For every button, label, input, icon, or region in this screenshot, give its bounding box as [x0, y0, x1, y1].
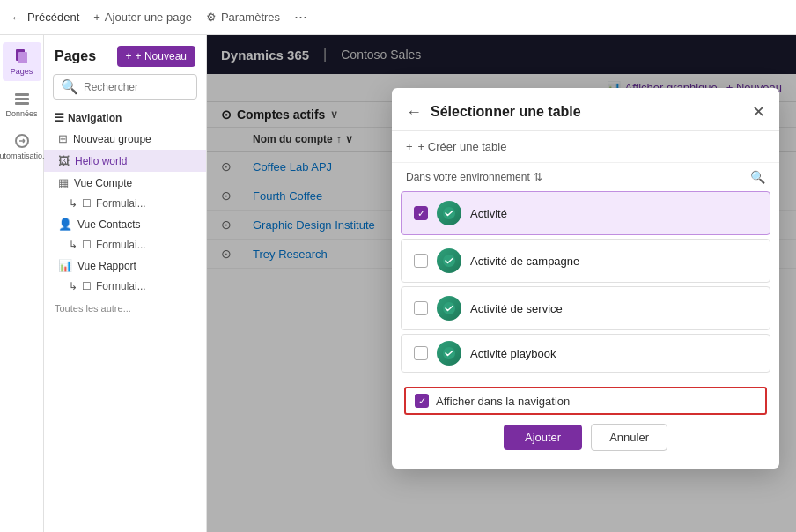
report-icon: 📊 [58, 259, 72, 272]
sidebar-item-data[interactable]: Données [3, 85, 41, 123]
nav-panel: Pages + + Nouveau 🔍 ☰ Navigation ⊞ Nouve… [44, 35, 207, 532]
pages-icon [13, 48, 31, 65]
form-icon: ☐ [82, 280, 92, 292]
nav-item-vue-compte[interactable]: ▦ Vue Compte [44, 172, 206, 194]
plus-icon: + [406, 140, 413, 153]
plus-icon: + [126, 50, 132, 63]
nav-check-label: Afficher dans la navigation [436, 395, 570, 408]
page-icon: 🖼 [58, 154, 70, 167]
top-bar: ← Précédent + Ajouter une page ⚙ Paramèt… [0, 0, 796, 35]
activite-campagne-icon [437, 248, 461, 273]
sort-icon: ⇅ [534, 171, 542, 183]
pages-label: Pages [11, 67, 33, 76]
main-layout: Pages Données Automatisatio... Pages + +… [0, 35, 796, 532]
nav-item-vue-contacts[interactable]: 👤 Vue Contacts [44, 213, 206, 235]
env-label: Dans votre environnement ⇅ [406, 171, 542, 183]
back-button[interactable]: ← Précédent [11, 11, 79, 25]
more-button[interactable]: ··· [294, 8, 307, 26]
svg-rect-2 [15, 93, 29, 96]
search-icon[interactable]: 🔍 [750, 170, 765, 184]
navigation-section-title: ☰ Navigation [44, 107, 206, 128]
gear-icon: ⚙ [206, 11, 217, 24]
create-table-link[interactable]: + + Créer une table [392, 131, 779, 163]
other-section-divider: Toutes les autre... [44, 296, 206, 317]
nav-sub-item-formulaire1[interactable]: ↳ ☐ Formulai... [44, 194, 206, 213]
add-page-button[interactable]: + Ajouter une page [93, 11, 192, 24]
nav-item-hello-world[interactable]: 🖼 Hello world [44, 150, 206, 172]
settings-label: Paramètres [221, 11, 280, 24]
nav-item-new-group[interactable]: ⊞ Nouveau groupe [44, 128, 206, 150]
add-page-label: Ajouter une page [105, 11, 192, 24]
nav-sub-item-formulaire3[interactable]: ↳ ☐ Formulai... [44, 277, 206, 296]
navigation-check-row: Afficher dans la navigation [404, 387, 767, 415]
settings-button[interactable]: ⚙ Paramètres [206, 11, 280, 24]
back-label: Précédent [27, 11, 79, 24]
table-item-activite-service[interactable]: Activité de service [401, 286, 770, 330]
dialog-title: Sélectionner une table [431, 104, 743, 120]
form-icon: ☐ [82, 239, 92, 251]
activite-checkbox[interactable] [414, 206, 428, 220]
dialog-close-button[interactable]: ✕ [752, 102, 765, 122]
dialog-footer: Afficher dans la navigation Ajouter Annu… [392, 376, 779, 454]
nav-sub-item-formulaire2[interactable]: ↳ ☐ Formulai... [44, 235, 206, 255]
plus-icon: + [93, 11, 100, 24]
activite-campagne-label: Activité de campagne [470, 255, 579, 268]
automation-label: Automatisatio... [0, 151, 49, 160]
svg-point-8 [443, 302, 455, 314]
icon-sidebar: Pages Données Automatisatio... [0, 35, 44, 532]
nav-panel-header: Pages + + Nouveau [44, 35, 206, 74]
svg-point-7 [443, 255, 455, 267]
create-table-label: + Créer une table [418, 140, 507, 153]
svg-rect-4 [15, 102, 29, 105]
activite-icon [437, 201, 461, 225]
activite-campagne-checkbox[interactable] [414, 254, 428, 268]
env-row: Dans votre environnement ⇅ 🔍 [392, 163, 779, 191]
nav-panel-title: Pages [55, 48, 96, 64]
svg-point-6 [443, 207, 455, 219]
new-page-button[interactable]: + + Nouveau [117, 46, 195, 67]
sub-arrow-icon: ↳ [69, 280, 77, 292]
table-item-activite-campagne[interactable]: Activité de campagne [401, 239, 770, 283]
table-item-activite-playbook[interactable]: Activité playbook [401, 334, 770, 373]
activite-playbook-checkbox[interactable] [414, 346, 428, 360]
nav-item-vue-rapport[interactable]: 📊 Vue Rapport [44, 255, 206, 277]
back-arrow-icon: ← [406, 103, 422, 122]
select-table-dialog: ← Sélectionner une table ✕ + + Créer une… [392, 88, 779, 469]
table-item-activite[interactable]: Activité [401, 191, 770, 235]
back-arrow-icon: ← [11, 11, 23, 25]
content-area: Dynamics 365 | Contoso Sales 📊 Afficher … [207, 35, 796, 532]
annuler-button[interactable]: Annuler [591, 424, 667, 451]
search-icon: 🔍 [61, 78, 78, 95]
sub-arrow-icon: ↳ [69, 239, 77, 251]
sidebar-item-automation[interactable]: Automatisatio... [3, 127, 41, 166]
svg-rect-1 [18, 52, 27, 63]
ajouter-button[interactable]: Ajouter [504, 425, 582, 450]
activite-playbook-icon [437, 341, 461, 366]
person-icon: 👤 [58, 218, 72, 231]
group-icon: ⊞ [58, 132, 68, 145]
svg-point-9 [443, 347, 455, 359]
close-icon: ✕ [752, 103, 765, 121]
data-icon [13, 90, 31, 107]
dialog-action-row: Ajouter Annuler [404, 424, 767, 451]
form-icon: ☐ [82, 197, 92, 210]
search-input[interactable] [84, 81, 189, 93]
sub-arrow-icon: ↳ [69, 197, 77, 210]
activite-service-icon [437, 296, 461, 321]
activite-label: Activité [470, 207, 507, 220]
table-icon: ▦ [58, 176, 69, 189]
list-icon: ☰ [55, 112, 64, 124]
activite-playbook-label: Activité playbook [470, 347, 556, 360]
automation-icon [13, 132, 31, 150]
activite-service-label: Activité de service [470, 302, 563, 315]
data-label: Données [5, 109, 37, 118]
activite-service-checkbox[interactable] [414, 301, 428, 315]
nav-check-box[interactable] [415, 394, 429, 408]
new-button-label: + Nouveau [136, 50, 187, 63]
dialog-header: ← Sélectionner une table ✕ [392, 88, 779, 131]
sidebar-item-pages[interactable]: Pages [3, 42, 41, 81]
dialog-back-button[interactable]: ← [406, 103, 422, 122]
svg-rect-3 [15, 98, 29, 100]
search-box: 🔍 [53, 74, 197, 100]
